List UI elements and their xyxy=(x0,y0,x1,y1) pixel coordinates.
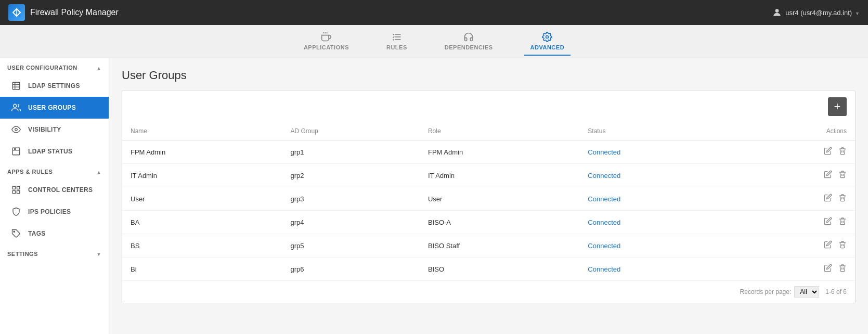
applications-icon xyxy=(321,32,331,42)
main-content: User Groups + Name AD Group Role Status … xyxy=(109,58,868,334)
svg-point-7 xyxy=(546,35,549,38)
table-row: IT Admin grp2 IT Admin Connected xyxy=(122,164,855,187)
sidebar-item-ldap-settings[interactable]: LDAP SETTINGS xyxy=(0,75,109,97)
svg-rect-20 xyxy=(17,191,20,194)
user-icon xyxy=(772,7,782,18)
tab-advanced[interactable]: ADVANCED xyxy=(524,28,571,56)
sidebar-section-settings[interactable]: SETTINGS xyxy=(0,245,109,261)
tab-dependencies[interactable]: DEPENDENCIES xyxy=(438,28,499,56)
table-toolbar: + xyxy=(122,91,855,122)
user-dropdown-icon xyxy=(855,9,860,17)
sidebar-item-ips-policies[interactable]: IPS POLICIES xyxy=(0,201,109,223)
cell-role: BISO xyxy=(420,258,579,281)
tab-dependencies-label: DEPENDENCIES xyxy=(445,44,493,50)
svg-point-13 xyxy=(15,129,18,131)
tags-icon xyxy=(10,228,22,239)
delete-icon[interactable] xyxy=(838,240,847,251)
svg-rect-14 xyxy=(12,148,20,155)
page-title: User Groups xyxy=(122,69,856,82)
edit-icon[interactable] xyxy=(824,264,832,274)
cell-status: Connected xyxy=(579,140,732,164)
add-user-group-button[interactable]: + xyxy=(828,97,847,116)
sidebar-section-user-config[interactable]: USER CONFIGURATION xyxy=(0,58,109,75)
sidebar-item-ldap-settings-label: LDAP SETTINGS xyxy=(28,82,80,89)
sidebar-section-user-config-label: USER CONFIGURATION xyxy=(7,65,77,71)
svg-point-12 xyxy=(14,104,17,107)
cell-ad-group: grp1 xyxy=(282,140,420,164)
edit-icon[interactable] xyxy=(824,147,832,157)
delete-icon[interactable] xyxy=(838,217,847,227)
cell-role: BISO-A xyxy=(420,211,579,234)
user-config-collapse-icon xyxy=(97,65,101,71)
cell-actions xyxy=(732,234,855,258)
topbar: Firewall Policy Manager usr4 (usr4@my.ad… xyxy=(0,0,868,25)
cell-role: IT Admin xyxy=(420,164,579,187)
svg-rect-8 xyxy=(12,82,20,89)
topbar-left: Firewall Policy Manager xyxy=(8,4,119,21)
delete-icon[interactable] xyxy=(838,264,847,274)
cell-ad-group: grp6 xyxy=(282,258,420,281)
svg-rect-19 xyxy=(12,191,15,194)
sidebar: USER CONFIGURATION LDAP SETTINGS xyxy=(0,58,109,334)
user-groups-table: Name AD Group Role Status Actions FPM Ad… xyxy=(122,122,855,280)
user-groups-icon xyxy=(10,102,22,113)
apps-rules-collapse-icon xyxy=(97,169,101,175)
control-centers-icon xyxy=(10,184,22,196)
cell-role: BISO Staff xyxy=(420,234,579,258)
visibility-icon xyxy=(10,124,22,135)
cell-status: Connected xyxy=(579,187,732,211)
dependencies-icon xyxy=(463,32,474,42)
svg-point-0 xyxy=(775,9,779,12)
svg-point-21 xyxy=(14,231,15,232)
cell-name: BA xyxy=(122,211,282,234)
sidebar-item-user-groups[interactable]: USER GROUPS xyxy=(0,97,109,119)
records-per-page-select[interactable]: All 10 25 50 xyxy=(794,286,819,298)
sidebar-item-control-centers-label: CONTROL CENTERS xyxy=(28,186,93,194)
col-role: Role xyxy=(420,122,579,140)
records-per-page: Records per page: All 10 25 50 xyxy=(740,286,820,298)
ldap-settings-icon xyxy=(10,80,22,92)
delete-icon[interactable] xyxy=(838,194,847,204)
col-status: Status xyxy=(579,122,732,140)
sidebar-section-apps-rules[interactable]: APPS & RULES xyxy=(0,162,109,179)
edit-icon[interactable] xyxy=(824,194,832,204)
sidebar-item-visibility[interactable]: VISIBILITY xyxy=(0,119,109,140)
cell-role: User xyxy=(420,187,579,211)
cell-name: IT Admin xyxy=(122,164,282,187)
records-per-page-label: Records per page: xyxy=(740,288,792,296)
layout: USER CONFIGURATION LDAP SETTINGS xyxy=(0,58,868,334)
sidebar-item-user-groups-label: USER GROUPS xyxy=(28,104,76,111)
cell-ad-group: grp5 xyxy=(282,234,420,258)
cell-ad-group: grp3 xyxy=(282,187,420,211)
cell-status: Connected xyxy=(579,234,732,258)
nav-tabs: APPLICATIONS RULES DEPENDENCIES ADVANCED xyxy=(0,25,868,58)
sidebar-item-tags[interactable]: TAGS xyxy=(0,223,109,245)
rules-icon xyxy=(392,32,402,42)
cell-name: Bi xyxy=(122,258,282,281)
sidebar-item-ldap-status-label: LDAP STATUS xyxy=(28,148,72,155)
edit-icon[interactable] xyxy=(824,217,832,227)
cell-ad-group: grp4 xyxy=(282,211,420,234)
cell-role: FPM Admin xyxy=(420,140,579,164)
svg-rect-17 xyxy=(12,186,15,189)
delete-icon[interactable] xyxy=(838,147,847,157)
settings-expand-icon xyxy=(97,251,101,257)
sidebar-item-ips-policies-label: IPS POLICIES xyxy=(28,208,71,215)
tab-applications[interactable]: APPLICATIONS xyxy=(297,28,355,56)
app-logo xyxy=(8,4,25,21)
sidebar-item-control-centers[interactable]: CONTROL CENTERS xyxy=(0,179,109,201)
user-label: usr4 (usr4@my.ad.int) xyxy=(785,9,852,17)
edit-icon[interactable] xyxy=(824,170,832,181)
table-row: FPM Admin grp1 FPM Admin Connected xyxy=(122,140,855,164)
user-groups-table-card: + Name AD Group Role Status Actions FPM … xyxy=(122,91,856,303)
ldap-status-icon xyxy=(10,146,22,157)
col-actions: Actions xyxy=(732,122,855,140)
cell-ad-group: grp2 xyxy=(282,164,420,187)
tab-rules[interactable]: RULES xyxy=(380,28,413,56)
table-row: BA grp4 BISO-A Connected xyxy=(122,211,855,234)
user-menu[interactable]: usr4 (usr4@my.ad.int) xyxy=(772,7,860,18)
delete-icon[interactable] xyxy=(838,170,847,181)
sidebar-item-ldap-status[interactable]: LDAP STATUS xyxy=(0,140,109,162)
table-row: User grp3 User Connected xyxy=(122,187,855,211)
edit-icon[interactable] xyxy=(824,240,832,251)
